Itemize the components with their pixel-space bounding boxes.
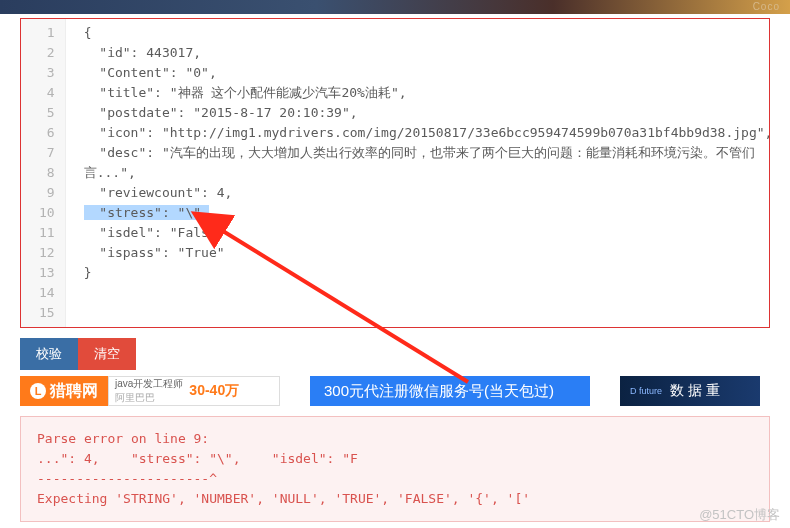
line-number: 2	[39, 43, 55, 63]
line-number: 9	[39, 183, 55, 203]
watermark: @51CTO博客	[699, 506, 780, 524]
code-area[interactable]: { "id": 443017, "Content": "0", "title":…	[66, 19, 769, 327]
code-line: "Content": "0",	[84, 63, 761, 83]
code-line: "ispass": "True"	[84, 243, 761, 263]
code-line: {	[84, 23, 761, 43]
clear-button[interactable]: 清空	[78, 338, 136, 370]
banner-right-text: Coco	[753, 0, 790, 14]
line-number: 15	[39, 303, 55, 323]
code-line: }	[84, 263, 761, 283]
ad-liepin[interactable]: L 猎聘网 java开发工程师 阿里巴巴 30-40万	[20, 376, 280, 406]
line-number: 3	[39, 63, 55, 83]
parse-error-box: Parse error on line 9: ...": 4, "stress"…	[20, 416, 770, 522]
ad-liepin-job: java开发工程师	[115, 377, 183, 391]
ad-wechat[interactable]: 300元代注册微信服务号(当天包过)	[310, 376, 590, 406]
header-banner: Coco	[0, 0, 790, 14]
ad-liepin-brand: L 猎聘网	[20, 376, 108, 406]
code-line: "icon": "http://img1.mydrivers.com/img/2…	[84, 123, 761, 143]
ad-liepin-detail: java开发工程师 阿里巴巴 30-40万	[108, 376, 280, 406]
line-number: 12	[39, 243, 55, 263]
line-number: 5	[39, 103, 55, 123]
line-number: 8	[39, 163, 55, 183]
ad-dfuture[interactable]: D future 数据重	[620, 376, 760, 406]
ad-liepin-sub: 阿里巴巴	[115, 391, 183, 405]
ad-row: L 猎聘网 java开发工程师 阿里巴巴 30-40万 300元代注册微信服务号…	[20, 376, 770, 406]
line-number: 7	[39, 143, 55, 163]
liepin-logo-icon: L	[30, 383, 46, 399]
code-line: "id": 443017,	[84, 43, 761, 63]
code-line: "title": "神器 这个小配件能减少汽车20%油耗",	[84, 83, 761, 103]
ad-liepin-brand-text: 猎聘网	[50, 381, 98, 402]
line-number: 6	[39, 123, 55, 143]
line-number: 10	[39, 203, 55, 223]
json-editor[interactable]: 123456789101112131415 { "id": 443017, "C…	[20, 18, 770, 328]
code-line: 言...",	[84, 163, 761, 183]
ad-dfuture-text: 数据重	[670, 382, 724, 400]
line-number: 1	[39, 23, 55, 43]
code-line: "reviewcount": 4,	[84, 183, 761, 203]
line-number: 14	[39, 283, 55, 303]
code-line: "desc": "汽车的出现，大大增加人类出行效率的同时，也带来了两个巨大的问题…	[84, 143, 761, 163]
line-number: 11	[39, 223, 55, 243]
line-number: 4	[39, 83, 55, 103]
code-line: "stress": "\",	[84, 203, 761, 223]
code-line: "postdate": "2015-8-17 20:10:39",	[84, 103, 761, 123]
code-line: "isdel": "False"	[84, 223, 761, 243]
ad-wechat-text: 300元代注册微信服务号(当天包过)	[324, 382, 554, 401]
ad-dfuture-logo: D future	[630, 386, 662, 396]
action-buttons: 校验 清空	[20, 338, 770, 370]
ad-liepin-salary: 30-40万	[189, 382, 239, 400]
validate-button[interactable]: 校验	[20, 338, 78, 370]
line-number: 13	[39, 263, 55, 283]
line-gutter: 123456789101112131415	[21, 19, 66, 327]
